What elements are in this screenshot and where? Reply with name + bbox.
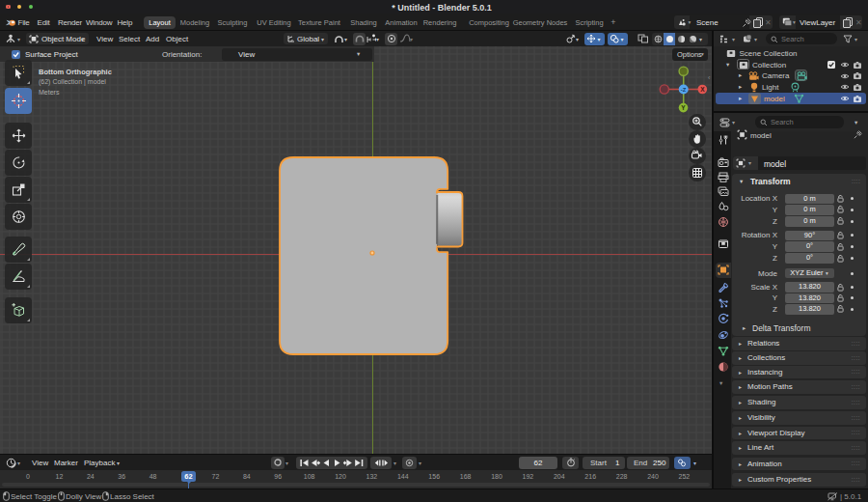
svg-text:X: X [700, 86, 705, 93]
svg-text:-Z: -Z [681, 87, 687, 93]
svg-text:Y: Y [681, 104, 686, 111]
